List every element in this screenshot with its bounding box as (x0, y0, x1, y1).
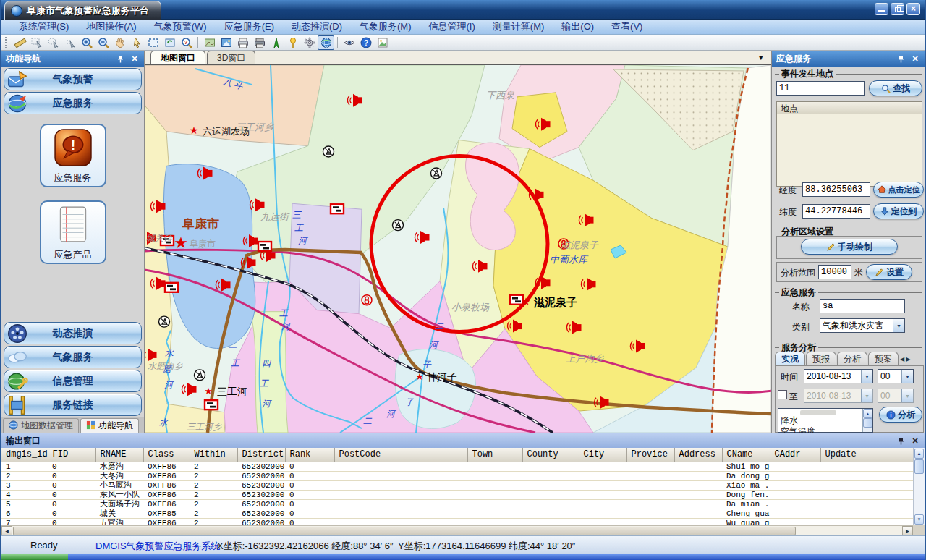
panel-tab-功能导航[interactable]: 功能导航 (80, 418, 139, 433)
column-header-Rank[interactable]: Rank (285, 448, 334, 462)
full-extent-button[interactable] (145, 35, 161, 50)
column-header-City[interactable]: City (579, 448, 626, 462)
service-name-input[interactable] (820, 299, 905, 313)
tab-scroll-right-icon[interactable]: ▶ (906, 356, 910, 362)
event-location-input[interactable] (776, 81, 865, 96)
close-panel-icon[interactable]: ✕ (129, 54, 140, 64)
menu-item[interactable]: 气象预警(W) (145, 19, 216, 35)
column-header-Within[interactable]: Within (190, 448, 237, 462)
table-row[interactable]: 40东风一小队OXFF8626523020000Dong fen... (1, 490, 913, 499)
column-header-PostCode[interactable]: PostCode (334, 448, 467, 462)
tool-button-应急服务[interactable]: !应急服务 (40, 124, 106, 187)
column-header-Town[interactable]: Town (467, 448, 522, 462)
station-marker[interactable] (195, 370, 205, 381)
city-star-marker[interactable]: ★ (415, 371, 424, 382)
city-star-marker[interactable]: ★ (204, 386, 213, 396)
analyze-button[interactable]: i 分析 (879, 407, 922, 423)
column-header-Class[interactable]: Class (143, 448, 190, 462)
hazard-flag-marker[interactable] (205, 400, 218, 410)
scroll-thumb[interactable] (13, 527, 796, 535)
analysis-item-list[interactable]: 降水空气温度 ▲ (778, 408, 873, 433)
pin-icon[interactable] (896, 54, 906, 64)
to-date-select[interactable]: 2010-08-13▼ (804, 389, 873, 403)
placemark-pin-button[interactable] (284, 35, 301, 50)
station-marker[interactable] (323, 146, 334, 157)
identify-button[interactable]: ? (178, 35, 195, 50)
analysis-range-input[interactable] (818, 265, 851, 279)
scroll-up-icon[interactable]: ▲ (914, 449, 924, 459)
column-header-FID[interactable]: FID (48, 448, 95, 462)
print-button[interactable] (234, 35, 251, 50)
table-row[interactable]: 10水磨沟OXFF8626523020000Shui mo gou (1, 462, 913, 471)
analysis-tab-分析[interactable]: 分析 (837, 352, 867, 366)
export-image-button[interactable] (374, 35, 391, 50)
column-header-District[interactable]: District (237, 448, 285, 462)
sidebar-item-气象预警[interactable]: 气象预警 (4, 68, 142, 90)
analysis-tab-实况[interactable]: 实况 (775, 352, 805, 366)
refresh-view-button[interactable] (161, 35, 178, 50)
output-table[interactable]: dmgis_idFIDRNAMEClassWithinDistrictRankP… (1, 448, 914, 528)
help-button[interactable]: ? (357, 35, 374, 50)
map-canvas[interactable]: ★★★★★三工河三工四工河水磨河水二河子子河二工河八 斗六运湖农场三工河乡下西泉… (145, 65, 771, 433)
scroll-up-icon[interactable]: ▲ (863, 409, 872, 418)
hour-select[interactable]: 00▼ (878, 369, 914, 383)
city-star-marker[interactable]: ★ (190, 124, 199, 136)
locate-to-button[interactable]: 定位到 (873, 203, 924, 219)
city-star-marker[interactable]: ★ (521, 295, 530, 307)
globe-service-button[interactable] (318, 35, 334, 50)
station-marker[interactable] (393, 220, 404, 231)
locate-click-button[interactable]: 点击定位 (873, 182, 924, 198)
station-marker[interactable] (431, 168, 442, 179)
eye-visibility-button[interactable] (341, 35, 357, 50)
layers-map-button[interactable] (201, 35, 218, 50)
table-row[interactable]: 30小马厩沟OXFF8626523020000Xiao ma ... (1, 480, 913, 490)
menu-item[interactable]: 系统管理(S) (10, 19, 77, 35)
menu-item[interactable]: 信息管理(I) (420, 19, 484, 35)
hazard-flag-marker[interactable] (331, 204, 344, 213)
sidebar-item-气象服务[interactable]: 气象服务 (4, 346, 142, 368)
column-header-Address[interactable]: Address (674, 448, 722, 462)
date-select[interactable]: 2010-08-13▼ (804, 369, 873, 383)
select-arrow-button[interactable] (61, 35, 78, 50)
close-button[interactable]: × (906, 3, 920, 15)
sidebar-item-动态推演[interactable]: 动态推演 (4, 322, 142, 344)
column-header-RNAME[interactable]: RNAME (95, 448, 143, 462)
scroll-down-icon[interactable]: ▼ (914, 514, 924, 525)
menu-item[interactable]: 应急服务(E) (216, 19, 283, 35)
column-header-CAddr[interactable]: CAddr (770, 448, 820, 462)
hazard-flag-marker[interactable] (165, 283, 178, 292)
sidebar-item-服务链接[interactable]: 服务链接 (4, 394, 142, 416)
latitude-input[interactable] (802, 204, 870, 219)
zoom-in-button[interactable] (78, 35, 95, 50)
map-tab-地图窗口[interactable]: 地图窗口 (150, 51, 205, 64)
list-scrollbar[interactable]: ▲ (862, 409, 872, 432)
table-row[interactable]: 20大冬沟OXFF8626523020000Da dong gou (1, 471, 913, 480)
map-tab-3D窗口[interactable]: 3D窗口 (207, 51, 255, 64)
minimize-button[interactable] (875, 3, 888, 15)
output-horizontal-scrollbar[interactable]: ◀ ▶ (1, 525, 913, 535)
to-checkbox[interactable] (778, 390, 787, 399)
settings-gear-button[interactable] (301, 35, 318, 50)
station-marker[interactable] (159, 316, 170, 327)
pin-icon[interactable] (896, 436, 906, 446)
panel-tab-地图数据管理[interactable]: 地图数据管理 (3, 418, 79, 433)
scene-view-button[interactable] (218, 35, 234, 50)
tab-scroll-left-icon[interactable]: ◀ (900, 356, 904, 362)
start-button-edge[interactable] (1, 554, 68, 560)
navigate-arrow-button[interactable] (268, 35, 284, 50)
service-type-select[interactable]: 气象和洪水灾害 ▼ (820, 318, 905, 333)
scroll-thumb[interactable] (914, 459, 924, 474)
measure-ruler-button[interactable] (12, 35, 28, 50)
close-panel-icon[interactable]: ✕ (910, 436, 920, 446)
column-header-dmgis_id[interactable]: dmgis_id (1, 448, 48, 462)
zoom-out-button[interactable] (95, 35, 111, 50)
tool-button-应急产品[interactable]: 应急产品 (40, 200, 106, 264)
print-preview-button[interactable] (251, 35, 268, 50)
table-row[interactable]: 60城关OXFF8526523020000Cheng guan (1, 509, 913, 518)
longitude-input[interactable] (802, 182, 870, 197)
city-star-marker[interactable]: ★ (174, 234, 188, 252)
select-lasso-button[interactable] (45, 35, 61, 50)
search-button[interactable]: 查找 (869, 80, 922, 96)
to-hour-select[interactable]: 00▼ (878, 389, 914, 403)
analysis-tab-预案[interactable]: 预案 (868, 352, 899, 366)
